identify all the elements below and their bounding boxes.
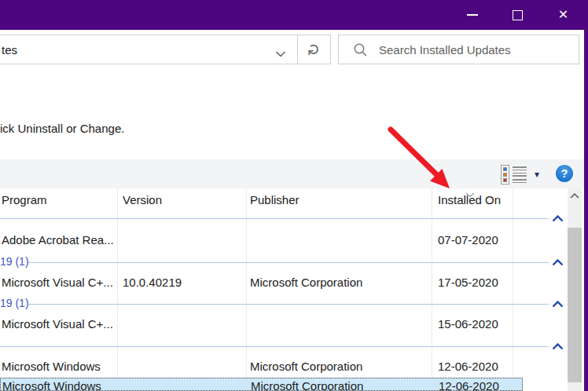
group-separator [28,304,549,305]
toolbar: ▾ [0,159,584,188]
cell-version: 10.0.40219 [123,273,182,292]
address-text: tes [2,43,17,57]
cell-program: Adobe Acrobat Rea... [2,231,114,250]
group-separator [0,346,549,347]
table-row-selected[interactable]: Microsoft Windows Microsoft Corporation … [0,378,523,391]
column-header-publisher[interactable]: Publisher [250,193,300,206]
minimize-button[interactable] [454,0,490,30]
cell-program: Microsoft Visual C+... [2,273,113,292]
chevron-up-icon [552,343,564,350]
group-separator [28,262,549,263]
help-button[interactable]: ? [556,165,573,182]
collapse-group-button[interactable] [551,258,564,267]
table-row[interactable]: Adobe Acrobat Rea... 07-07-2020 [0,231,568,250]
chevron-up-icon [552,215,564,222]
maximize-icon [513,10,523,20]
sort-descending-icon [465,187,475,201]
scrollbar-up-button[interactable] [568,188,582,203]
scrollbar-up-icon [570,193,579,199]
search-box[interactable] [338,35,579,64]
group-header[interactable]: 19 (1) [0,255,29,268]
views-icon-dashes [513,166,527,183]
window-border [584,0,588,391]
cell-publisher: Microsoft Corporation [250,357,362,376]
table-row[interactable]: Microsoft Visual C+... 15-06-2020 [0,315,568,334]
instruction-text: ick Uninstall or Change. [0,122,124,135]
group-header[interactable]: 19 (1) [0,297,29,309]
cell-program: Microsoft Windows [2,357,101,376]
cell-installed-on: 12-06-2020 [438,357,498,376]
column-header-program[interactable]: Program [2,193,47,206]
collapse-group-button[interactable] [551,342,564,351]
views-dropdown-icon: ▾ [535,170,539,179]
scrollbar-thumb[interactable] [568,228,582,382]
cell-installed-on: 07-07-2020 [438,231,498,250]
cell-program: Microsoft Visual C+... [2,315,113,334]
refresh-icon: ↻ [306,43,322,57]
cell-publisher: Microsoft Corporation [251,378,363,391]
titlebar[interactable]: ✕ [0,0,588,30]
cell-publisher: Microsoft Corporation [250,273,362,292]
column-header-version[interactable]: Version [123,193,162,206]
cell-installed-on: 17-05-2020 [438,273,498,292]
cell-installed-on: 12-06-2020 [439,378,499,391]
search-icon [353,42,368,57]
table-row[interactable]: Microsoft Windows Microsoft Corporation … [0,357,568,376]
updates-table: Program Version Publisher Installed On A… [0,188,584,391]
close-icon: ✕ [558,9,568,21]
cell-installed-on: 15-06-2020 [438,315,498,334]
collapse-group-button[interactable] [551,214,564,223]
refresh-button[interactable]: ↻ [297,35,331,64]
chevron-up-icon [552,301,564,308]
chevron-up-icon [552,259,564,266]
vertical-scrollbar[interactable] [568,188,582,391]
collapse-group-button[interactable] [551,299,564,309]
group-separator [0,218,549,219]
views-icon [501,165,509,185]
close-button[interactable]: ✕ [546,0,581,30]
maximize-button[interactable] [500,0,535,30]
change-view-button[interactable]: ▾ [501,164,539,185]
installed-updates-window: ✕ tes ↻ ick Uninstall or Change. [0,0,588,391]
chevron-down-icon[interactable] [275,46,286,60]
cell-program: Microsoft Windows [2,378,101,391]
search-input[interactable] [377,42,579,57]
address-bar[interactable]: tes [0,35,298,64]
table-row[interactable]: Microsoft Visual C+... 10.0.40219 Micros… [0,273,568,292]
minimize-icon [467,14,478,16]
